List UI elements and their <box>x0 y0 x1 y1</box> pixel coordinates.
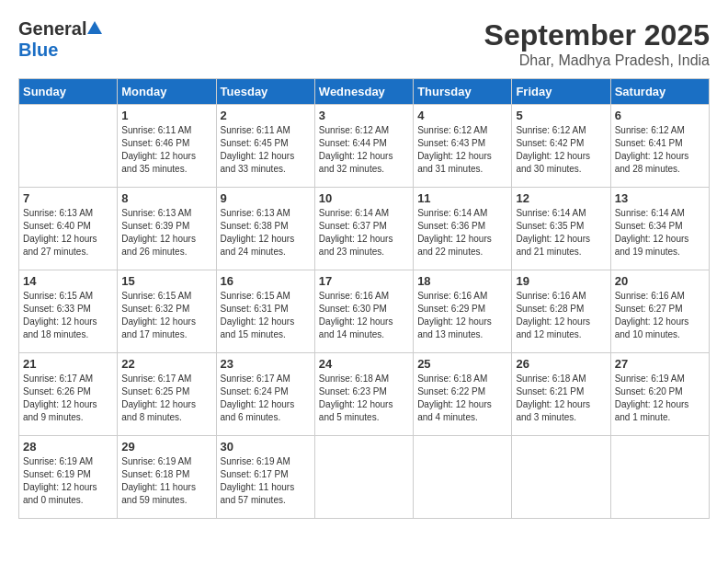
day-number: 15 <box>121 274 211 288</box>
day-number: 30 <box>221 440 311 454</box>
calendar-cell: 19Sunrise: 6:16 AM Sunset: 6:28 PM Dayli… <box>512 270 610 353</box>
calendar-cell: 26Sunrise: 6:18 AM Sunset: 6:21 PM Dayli… <box>512 353 610 436</box>
day-number: 7 <box>23 191 113 205</box>
day-number: 16 <box>221 274 311 288</box>
day-info: Sunrise: 6:13 AM Sunset: 6:40 PM Dayligh… <box>23 207 113 259</box>
day-number: 17 <box>319 274 409 288</box>
day-number: 10 <box>319 191 409 205</box>
day-info: Sunrise: 6:11 AM Sunset: 6:45 PM Dayligh… <box>221 124 311 176</box>
day-info: Sunrise: 6:12 AM Sunset: 6:41 PM Dayligh… <box>615 124 705 176</box>
calendar-cell: 14Sunrise: 6:15 AM Sunset: 6:33 PM Dayli… <box>19 270 118 353</box>
day-number: 20 <box>615 274 705 288</box>
calendar-week-1: 1Sunrise: 6:11 AM Sunset: 6:46 PM Daylig… <box>19 105 710 188</box>
day-number: 11 <box>417 191 507 205</box>
day-info: Sunrise: 6:12 AM Sunset: 6:44 PM Dayligh… <box>319 124 409 176</box>
logo-general: General <box>18 18 86 40</box>
day-info: Sunrise: 6:17 AM Sunset: 6:25 PM Dayligh… <box>121 373 211 424</box>
day-info: Sunrise: 6:17 AM Sunset: 6:26 PM Dayligh… <box>23 373 113 424</box>
day-info: Sunrise: 6:12 AM Sunset: 6:43 PM Dayligh… <box>417 124 507 176</box>
calendar-cell: 12Sunrise: 6:14 AM Sunset: 6:35 PM Dayli… <box>512 188 610 270</box>
day-number: 19 <box>516 274 606 288</box>
calendar-cell: 25Sunrise: 6:18 AM Sunset: 6:22 PM Dayli… <box>414 353 512 436</box>
calendar-body: 1Sunrise: 6:11 AM Sunset: 6:46 PM Daylig… <box>19 105 710 519</box>
day-number: 12 <box>516 191 606 205</box>
day-number: 26 <box>516 357 606 371</box>
day-info: Sunrise: 6:16 AM Sunset: 6:27 PM Dayligh… <box>615 290 705 341</box>
day-info: Sunrise: 6:18 AM Sunset: 6:22 PM Dayligh… <box>417 373 507 424</box>
day-number: 22 <box>121 357 211 371</box>
day-number: 14 <box>23 274 113 288</box>
day-info: Sunrise: 6:16 AM Sunset: 6:29 PM Dayligh… <box>417 290 507 341</box>
calendar-cell <box>610 436 709 519</box>
day-info: Sunrise: 6:16 AM Sunset: 6:28 PM Dayligh… <box>516 290 606 341</box>
day-info: Sunrise: 6:12 AM Sunset: 6:42 PM Dayligh… <box>516 124 606 176</box>
logo-blue: Blue <box>18 40 58 61</box>
logo: General Blue <box>18 18 102 61</box>
calendar-cell: 9Sunrise: 6:13 AM Sunset: 6:38 PM Daylig… <box>216 188 314 270</box>
calendar-week-5: 28Sunrise: 6:19 AM Sunset: 6:19 PM Dayli… <box>19 436 710 519</box>
calendar-cell: 1Sunrise: 6:11 AM Sunset: 6:46 PM Daylig… <box>118 105 216 188</box>
calendar-cell: 8Sunrise: 6:13 AM Sunset: 6:39 PM Daylig… <box>118 188 216 270</box>
month-title: September 2025 <box>484 18 710 52</box>
calendar: SundayMondayTuesdayWednesdayThursdayFrid… <box>18 78 710 519</box>
weekday-header-monday: Monday <box>118 79 216 105</box>
calendar-cell: 23Sunrise: 6:17 AM Sunset: 6:24 PM Dayli… <box>216 353 314 436</box>
day-info: Sunrise: 6:15 AM Sunset: 6:32 PM Dayligh… <box>121 290 211 341</box>
calendar-cell: 6Sunrise: 6:12 AM Sunset: 6:41 PM Daylig… <box>610 105 709 188</box>
day-number: 25 <box>417 357 507 371</box>
day-number: 4 <box>417 109 507 122</box>
day-number: 6 <box>615 109 705 122</box>
day-number: 21 <box>23 357 113 371</box>
day-info: Sunrise: 6:18 AM Sunset: 6:21 PM Dayligh… <box>516 373 606 424</box>
calendar-cell: 28Sunrise: 6:19 AM Sunset: 6:19 PM Dayli… <box>19 436 118 519</box>
calendar-cell: 4Sunrise: 6:12 AM Sunset: 6:43 PM Daylig… <box>414 105 512 188</box>
calendar-cell: 3Sunrise: 6:12 AM Sunset: 6:44 PM Daylig… <box>314 105 413 188</box>
weekday-header-sunday: Sunday <box>19 79 118 105</box>
calendar-cell: 2Sunrise: 6:11 AM Sunset: 6:45 PM Daylig… <box>216 105 314 188</box>
calendar-cell: 17Sunrise: 6:16 AM Sunset: 6:30 PM Dayli… <box>314 270 413 353</box>
calendar-cell <box>512 436 610 519</box>
header: General Blue September 2025 Dhar, Madhya… <box>18 18 710 69</box>
day-number: 9 <box>221 191 311 205</box>
calendar-cell: 24Sunrise: 6:18 AM Sunset: 6:23 PM Dayli… <box>314 353 413 436</box>
location: Dhar, Madhya Pradesh, India <box>484 52 710 69</box>
day-number: 13 <box>615 191 705 205</box>
day-info: Sunrise: 6:15 AM Sunset: 6:33 PM Dayligh… <box>23 290 113 341</box>
calendar-cell: 18Sunrise: 6:16 AM Sunset: 6:29 PM Dayli… <box>414 270 512 353</box>
day-number: 18 <box>417 274 507 288</box>
day-info: Sunrise: 6:13 AM Sunset: 6:39 PM Dayligh… <box>121 207 211 259</box>
day-info: Sunrise: 6:18 AM Sunset: 6:23 PM Dayligh… <box>319 373 409 424</box>
logo-triangle-icon <box>87 21 102 34</box>
calendar-cell: 30Sunrise: 6:19 AM Sunset: 6:17 PM Dayli… <box>216 436 314 519</box>
day-info: Sunrise: 6:19 AM Sunset: 6:19 PM Dayligh… <box>23 455 113 507</box>
calendar-cell: 10Sunrise: 6:14 AM Sunset: 6:37 PM Dayli… <box>314 188 413 270</box>
calendar-week-2: 7Sunrise: 6:13 AM Sunset: 6:40 PM Daylig… <box>19 188 710 270</box>
weekday-header-row: SundayMondayTuesdayWednesdayThursdayFrid… <box>19 79 710 105</box>
day-number: 5 <box>516 109 606 122</box>
day-info: Sunrise: 6:14 AM Sunset: 6:35 PM Dayligh… <box>516 207 606 259</box>
day-number: 28 <box>23 440 113 454</box>
day-info: Sunrise: 6:15 AM Sunset: 6:31 PM Dayligh… <box>221 290 311 341</box>
calendar-week-4: 21Sunrise: 6:17 AM Sunset: 6:26 PM Dayli… <box>19 353 710 436</box>
calendar-cell: 13Sunrise: 6:14 AM Sunset: 6:34 PM Dayli… <box>610 188 709 270</box>
day-info: Sunrise: 6:13 AM Sunset: 6:38 PM Dayligh… <box>221 207 311 259</box>
day-number: 3 <box>319 109 409 122</box>
calendar-cell: 27Sunrise: 6:19 AM Sunset: 6:20 PM Dayli… <box>610 353 709 436</box>
day-info: Sunrise: 6:19 AM Sunset: 6:17 PM Dayligh… <box>221 455 311 507</box>
title-area: September 2025 Dhar, Madhya Pradesh, Ind… <box>484 18 710 69</box>
calendar-cell: 16Sunrise: 6:15 AM Sunset: 6:31 PM Dayli… <box>216 270 314 353</box>
day-number: 2 <box>221 109 311 122</box>
calendar-cell <box>414 436 512 519</box>
day-info: Sunrise: 6:14 AM Sunset: 6:34 PM Dayligh… <box>615 207 705 259</box>
weekday-header-saturday: Saturday <box>610 79 709 105</box>
day-info: Sunrise: 6:14 AM Sunset: 6:37 PM Dayligh… <box>319 207 409 259</box>
day-number: 23 <box>221 357 311 371</box>
day-info: Sunrise: 6:16 AM Sunset: 6:30 PM Dayligh… <box>319 290 409 341</box>
calendar-cell: 15Sunrise: 6:15 AM Sunset: 6:32 PM Dayli… <box>118 270 216 353</box>
weekday-header-wednesday: Wednesday <box>314 79 413 105</box>
calendar-cell: 11Sunrise: 6:14 AM Sunset: 6:36 PM Dayli… <box>414 188 512 270</box>
day-number: 29 <box>121 440 211 454</box>
day-info: Sunrise: 6:17 AM Sunset: 6:24 PM Dayligh… <box>221 373 311 424</box>
day-number: 8 <box>121 191 211 205</box>
calendar-cell <box>19 105 118 188</box>
